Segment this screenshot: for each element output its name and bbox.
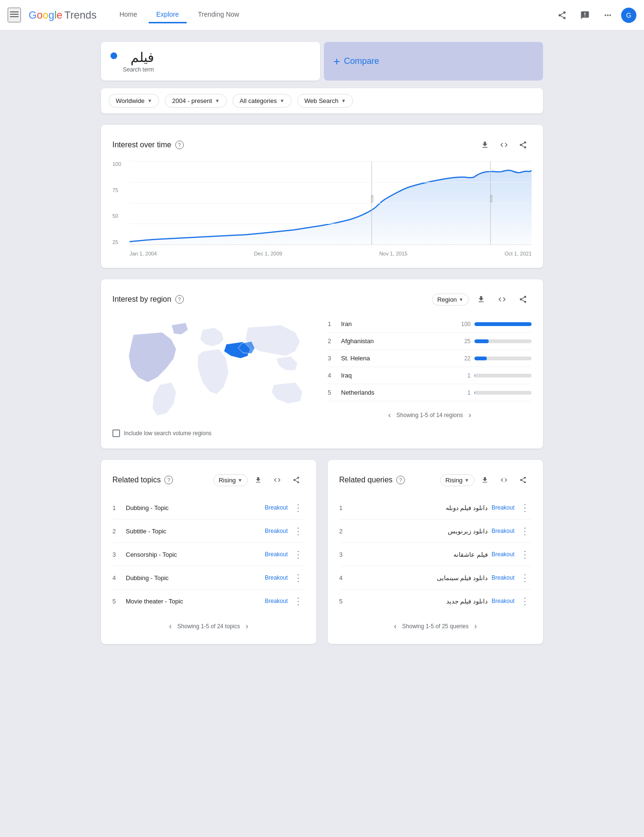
region-rank: 5 xyxy=(328,389,337,396)
query-badge: Breakout xyxy=(492,504,514,511)
topic-item: 4 Dubbing - Topic Breakout ⋮ xyxy=(112,566,305,590)
apps-icon[interactable] xyxy=(598,6,617,25)
query-badge: Breakout xyxy=(492,574,514,581)
region-name: Afghanistan xyxy=(341,337,452,345)
compare-box[interactable]: + Compare xyxy=(324,42,543,81)
x-label-2004: Jan 1, 2004 xyxy=(130,251,157,256)
date-range-filter[interactable]: 2004 - present ▼ xyxy=(165,94,227,108)
query-item: 3 فیلم عاشقانه Breakout ⋮ xyxy=(339,543,532,566)
map-area: Include low search volume regions xyxy=(112,316,316,437)
topic-rank: 3 xyxy=(112,551,122,558)
nav-trending-now[interactable]: Trending Now xyxy=(191,7,247,23)
help-icon[interactable]: ? xyxy=(175,295,184,304)
more-options-icon[interactable]: ⋮ xyxy=(292,572,305,583)
topic-badge: Breakout xyxy=(265,551,288,558)
region-bar-container xyxy=(474,391,532,395)
region-rank: 4 xyxy=(328,372,337,379)
topic-badge: Breakout xyxy=(265,528,288,534)
share-button[interactable] xyxy=(514,471,532,489)
card-header: Interest over time ? xyxy=(112,136,532,153)
region-rank: 1 xyxy=(328,320,337,327)
category-filter[interactable]: All categories ▼ xyxy=(232,94,292,108)
search-term-value: فیلم xyxy=(123,50,154,65)
pagination-prev[interactable]: ‹ xyxy=(167,620,173,633)
more-options-icon[interactable]: ⋮ xyxy=(518,572,532,583)
download-button[interactable] xyxy=(476,471,493,489)
compare-label: Compare xyxy=(344,56,379,66)
topic-name: Subtitle - Topic xyxy=(126,528,261,535)
share-button[interactable] xyxy=(288,471,305,489)
topic-badge: Breakout xyxy=(265,504,288,511)
help-icon[interactable]: ? xyxy=(175,141,184,149)
related-queries-header: Related queries ? Rising ▼ xyxy=(339,471,532,489)
share-button[interactable] xyxy=(514,136,532,153)
pagination-next[interactable]: › xyxy=(244,620,250,633)
region-name: Iran xyxy=(341,320,452,327)
region-bar xyxy=(474,391,475,395)
related-queries-card: Related queries ? Rising ▼ xyxy=(328,460,543,644)
more-options-icon[interactable]: ⋮ xyxy=(518,525,532,537)
more-options-icon[interactable]: ⋮ xyxy=(518,549,532,560)
card-title-row: Interest over time ? xyxy=(112,141,184,149)
help-icon[interactable]: ? xyxy=(164,476,173,484)
more-options-icon[interactable]: ⋮ xyxy=(292,502,305,513)
topic-badge: Breakout xyxy=(265,574,288,581)
more-options-icon[interactable]: ⋮ xyxy=(292,595,305,607)
download-button[interactable] xyxy=(473,291,490,308)
share-button[interactable] xyxy=(514,291,532,308)
embed-button[interactable] xyxy=(493,291,511,308)
nav-explore[interactable]: Explore xyxy=(149,7,186,23)
region-value: 100 xyxy=(455,321,471,327)
embed-button[interactable] xyxy=(495,136,513,153)
query-badge: Breakout xyxy=(492,551,514,558)
more-options-icon[interactable]: ⋮ xyxy=(518,595,532,607)
region-rank: 2 xyxy=(328,337,337,345)
pagination-prev[interactable]: ‹ xyxy=(386,409,392,421)
bottom-cards: Related topics ? Rising ▼ xyxy=(101,460,543,644)
region-bar-container xyxy=(474,374,532,378)
more-options-icon[interactable]: ⋮ xyxy=(518,502,532,513)
download-button[interactable] xyxy=(250,471,267,489)
region-card-actions: Region ▼ xyxy=(432,291,532,308)
topics-filter-dropdown[interactable]: Rising ▼ xyxy=(213,474,248,486)
region-name: St. Helena xyxy=(341,355,452,362)
nav-home[interactable]: Home xyxy=(112,7,145,23)
search-type-filter[interactable]: Web Search ▼ xyxy=(297,94,353,108)
share-button[interactable] xyxy=(553,6,572,25)
query-name: دانلود فیلم سینمایی xyxy=(352,574,488,582)
main-nav: Home Explore Trending Now xyxy=(112,7,553,23)
pagination-next[interactable]: › xyxy=(467,409,473,421)
grid-line-25 xyxy=(130,224,532,224)
region-item: 3 St. Helena 22 xyxy=(328,350,532,367)
chevron-down-icon: ▼ xyxy=(147,98,152,103)
download-button[interactable] xyxy=(476,136,493,153)
queries-filter-dropdown[interactable]: Rising ▼ xyxy=(440,474,474,486)
related-topics-title-row: Related topics ? xyxy=(112,476,173,484)
menu-icon[interactable] xyxy=(8,8,21,22)
query-rank: 5 xyxy=(339,598,349,605)
map-checkbox-row: Include low search volume regions xyxy=(112,429,316,437)
topic-rank: 5 xyxy=(112,598,122,605)
chart-area: Note Note xyxy=(130,161,532,245)
google-trends-logo: Google Trends xyxy=(29,9,97,21)
x-label-2015: Nov 1, 2015 xyxy=(379,251,407,256)
more-options-icon[interactable]: ⋮ xyxy=(292,549,305,560)
chart-y-labels: 100 75 50 25 xyxy=(112,161,128,245)
region-bar xyxy=(474,374,475,378)
pagination-next[interactable]: › xyxy=(473,620,479,633)
interest-by-region-title: Interest by region xyxy=(112,295,171,304)
chart-x-labels: Jan 1, 2004 Dec 1, 2009 Nov 1, 2015 Oct … xyxy=(130,251,532,256)
pagination-prev[interactable]: ‹ xyxy=(392,620,398,633)
embed-button[interactable] xyxy=(495,471,513,489)
query-item: 4 دانلود فیلم سینمایی Breakout ⋮ xyxy=(339,566,532,590)
help-icon[interactable]: ? xyxy=(396,476,405,484)
more-options-icon[interactable]: ⋮ xyxy=(292,525,305,537)
chevron-down-icon: ▼ xyxy=(280,98,284,103)
query-name: فیلم عاشقانه xyxy=(352,551,488,558)
location-filter[interactable]: Worldwide ▼ xyxy=(109,94,159,108)
region-dropdown[interactable]: Region ▼ xyxy=(432,294,469,306)
user-avatar[interactable]: G xyxy=(621,8,636,23)
embed-button[interactable] xyxy=(269,471,286,489)
low-volume-checkbox[interactable] xyxy=(112,429,120,437)
feedback-button[interactable] xyxy=(575,6,594,25)
